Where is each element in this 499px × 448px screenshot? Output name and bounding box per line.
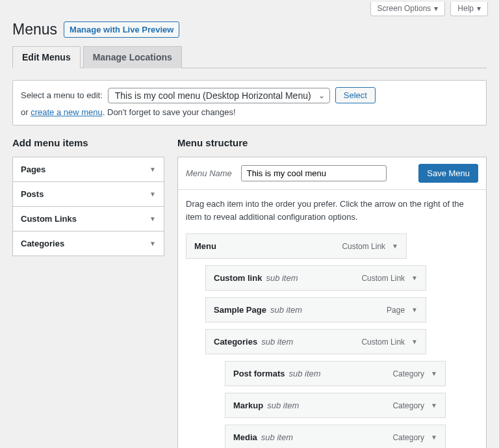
menu-item-type: Category — [392, 401, 424, 410]
select-button[interactable]: Select — [335, 87, 376, 103]
menu-item[interactable]: Markupsub itemCategory▼ — [225, 393, 446, 418]
accordion-label: Custom Links — [21, 214, 77, 224]
menu-item-title: Custom link — [214, 273, 262, 283]
caret-down-icon[interactable]: ▼ — [411, 338, 418, 345]
save-hint: . Don't forget to save your changes! — [103, 107, 236, 117]
menu-structure-panel: Menu Name Save Menu Drag each item into … — [177, 157, 487, 448]
live-preview-button[interactable]: Manage with Live Preview — [64, 21, 179, 38]
caret-down-icon: ▼ — [149, 191, 156, 198]
menu-item-sub-label: sub item — [261, 432, 293, 442]
caret-down-icon: ▼ — [149, 215, 156, 222]
nav-tabs: Edit MenusManage Locations — [12, 46, 487, 68]
menu-item-type: Page — [387, 306, 405, 315]
menu-item-sub-label: sub item — [270, 305, 302, 315]
menu-name-label: Menu Name — [186, 168, 232, 178]
caret-down-icon[interactable]: ▼ — [431, 434, 437, 441]
menu-item-type: Custom Link — [342, 242, 385, 251]
menu-item[interactable]: Sample Pagesub itemPage▼ — [205, 297, 426, 323]
tab-edit-menus[interactable]: Edit Menus — [12, 46, 81, 68]
create-new-menu-link[interactable]: create a new menu — [31, 107, 103, 117]
accordion-pages[interactable]: Pages▼ — [12, 157, 164, 182]
menu-item-type: Category — [392, 433, 424, 442]
caret-down-icon[interactable]: ▼ — [411, 306, 418, 313]
menu-item[interactable]: Post formatssub itemCategory▼ — [225, 361, 446, 386]
menu-item-type: Custom Link — [361, 274, 405, 283]
caret-down-icon[interactable]: ▼ — [392, 243, 398, 250]
select-menu-label: Select a menu to edit: — [21, 90, 103, 100]
caret-down-icon: ▼ — [149, 240, 156, 247]
menu-item-sub-label: sub item — [261, 337, 293, 347]
menu-item-type: Category — [392, 369, 424, 378]
screen-options-button[interactable]: Screen Options ▾ — [370, 2, 446, 16]
page-title: Menus — [12, 21, 57, 38]
caret-down-icon: ▾ — [477, 4, 481, 13]
or-text: or — [21, 107, 29, 117]
menu-selector-panel: Select a menu to edit: This is my cool m… — [12, 80, 487, 125]
menu-item[interactable]: Mediasub itemCategory▼ — [225, 425, 446, 448]
menu-item-sub-label: sub item — [266, 273, 298, 283]
caret-down-icon: ▾ — [434, 4, 438, 13]
help-button[interactable]: Help ▾ — [450, 2, 488, 16]
caret-down-icon: ▼ — [149, 166, 156, 173]
menu-name-input[interactable] — [241, 165, 387, 181]
menu-item-type: Custom Link — [361, 337, 405, 347]
menu-select[interactable]: This is my cool menu (Desktop Horizontal… — [108, 88, 330, 103]
menu-item-title: Markup — [233, 401, 263, 410]
save-menu-button[interactable]: Save Menu — [418, 164, 478, 183]
menu-item[interactable]: MenuCustom Link▼ — [186, 233, 407, 259]
menu-item-title: Post formats — [233, 369, 285, 378]
menu-item-title: Categories — [214, 337, 257, 347]
accordion-categories[interactable]: Categories▼ — [12, 231, 164, 256]
menu-item-sub-label: sub item — [288, 369, 320, 378]
accordion-custom-links[interactable]: Custom Links▼ — [12, 207, 164, 231]
menu-item[interactable]: Custom linksub itemCustom Link▼ — [205, 265, 426, 291]
menu-item-sub-label: sub item — [267, 401, 299, 410]
accordion-label: Pages — [21, 165, 45, 174]
help-label: Help — [457, 4, 474, 13]
caret-down-icon[interactable]: ▼ — [411, 274, 418, 282]
menu-item-title: Menu — [194, 241, 216, 251]
accordion-label: Posts — [21, 189, 44, 199]
screen-options-label: Screen Options — [377, 4, 431, 13]
menu-item-title: Media — [233, 432, 257, 442]
tab-manage-locations[interactable]: Manage Locations — [83, 46, 182, 68]
caret-down-icon[interactable]: ▼ — [431, 370, 437, 377]
menu-structure-heading: Menu structure — [177, 137, 487, 148]
menu-item-title: Sample Page — [214, 305, 266, 315]
caret-down-icon[interactable]: ▼ — [431, 402, 437, 409]
page-header: Menus Manage with Live Preview — [1, 16, 498, 46]
add-menu-items-heading: Add menu items — [12, 137, 164, 148]
accordion-posts[interactable]: Posts▼ — [12, 182, 164, 207]
menu-item[interactable]: Categoriessub itemCustom Link▼ — [205, 329, 426, 354]
drag-help-text: Drag each item into the order you prefer… — [186, 198, 478, 223]
accordion-label: Categories — [21, 239, 64, 248]
